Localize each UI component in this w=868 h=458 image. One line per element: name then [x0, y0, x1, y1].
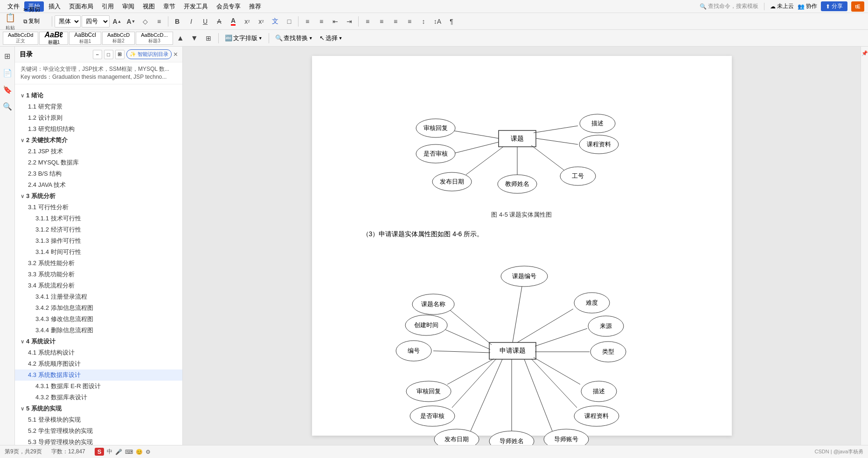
toc-item[interactable]: 3.1 可行性分析: [15, 202, 182, 213]
select-btn[interactable]: ↖ 选择 ▼: [317, 33, 346, 44]
style-zhengwen[interactable]: AaBbCcDd 正文: [3, 32, 38, 45]
highlight-btn[interactable]: 文: [269, 15, 282, 28]
toc-item[interactable]: 3.1.4 时间可行性: [15, 246, 182, 258]
right-icon-pin[interactable]: 📌: [861, 50, 868, 56]
align-justify-btn[interactable]: ≡: [403, 15, 416, 28]
toc-item[interactable]: 2.1 JSP 技术: [15, 146, 182, 157]
toc-item[interactable]: 4.3.2 数据库表设计: [15, 392, 182, 403]
toc-item[interactable]: ∨2 关键技术简介: [15, 135, 182, 146]
menu-review[interactable]: 审阅: [118, 1, 138, 12]
font-color-btn[interactable]: A: [227, 15, 240, 28]
toc-item[interactable]: 1.1 研究背景: [15, 101, 182, 112]
left-icon-doc[interactable]: 📄: [2, 67, 13, 78]
font-name-select[interactable]: 黑体: [55, 15, 81, 27]
align-center-btn[interactable]: ≡: [375, 15, 388, 28]
toc-item[interactable]: 3.1.3 操作可行性: [15, 235, 182, 246]
unordered-list-btn[interactable]: ≡: [301, 15, 314, 28]
italic-btn[interactable]: I: [185, 15, 198, 28]
menu-view[interactable]: 视图: [139, 1, 159, 12]
menu-layout[interactable]: 页面布局: [65, 1, 97, 12]
style-biaoti2[interactable]: AaBbCcD 标题2: [102, 32, 135, 45]
style-scroll-down[interactable]: ▼: [188, 32, 201, 45]
left-icon-home[interactable]: ⊞: [2, 50, 13, 62]
copy-btn[interactable]: ⧉ 复制: [21, 16, 49, 27]
toc-item[interactable]: ∨5 系统的实现: [15, 403, 182, 414]
show-para-btn[interactable]: ¶: [445, 15, 458, 28]
toc-item[interactable]: ∨4 系统设计: [15, 336, 182, 347]
sougou-icon[interactable]: S: [95, 448, 104, 456]
toc-item[interactable]: 3.2 系统性能分析: [15, 258, 182, 269]
indent-increase-btn[interactable]: ⇥: [343, 15, 356, 28]
toc-item[interactable]: 3.4 系统流程分析: [15, 280, 182, 291]
strikethrough-btn[interactable]: A: [213, 15, 226, 28]
user-avatar[interactable]: tE: [851, 1, 864, 12]
align-right-btn[interactable]: ≡: [389, 15, 402, 28]
line-spacing-btn[interactable]: ↕: [417, 15, 430, 28]
paste-btn[interactable]: 📋: [3, 11, 18, 24]
keyboard-icon[interactable]: ⌨: [125, 449, 133, 455]
toc-item[interactable]: 1.2 设计原则: [15, 112, 182, 123]
toc-item[interactable]: 5.3 导师管理模块的实现: [15, 437, 182, 445]
sidebar-close-btn[interactable]: ×: [174, 50, 178, 59]
border-btn[interactable]: □: [283, 15, 296, 28]
style-biaoti1b[interactable]: AaBbCcl 标题1: [69, 32, 101, 45]
toc-item[interactable]: 3.1.1 技术可行性: [15, 213, 182, 224]
style-scroll-up[interactable]: ▲: [174, 32, 187, 45]
left-icon-bookmark[interactable]: 🔖: [2, 84, 13, 95]
menu-recommend[interactable]: 推荐: [245, 1, 265, 12]
toc-item[interactable]: 5.1 登录模块的实现: [15, 414, 182, 425]
share-btn[interactable]: ⬆ 分享: [821, 1, 847, 11]
format-more-btn[interactable]: ≡: [153, 15, 166, 28]
subscript-btn[interactable]: x2: [255, 15, 268, 28]
style-more[interactable]: ⊞: [202, 32, 215, 45]
underline-btn[interactable]: U: [199, 15, 212, 28]
sort-btn[interactable]: ↕A: [431, 15, 444, 28]
decrease-font-btn[interactable]: A▼: [125, 15, 138, 28]
toc-item[interactable]: 2.4 JAVA 技术: [15, 179, 182, 191]
sidebar-ctrl-grid[interactable]: ⊞: [115, 50, 125, 59]
text-arrange-btn[interactable]: 🔤 文字排版 ▼: [222, 33, 265, 44]
toc-item[interactable]: 1.3 研究组织结构: [15, 123, 182, 135]
toc-item[interactable]: 3.3 系统功能分析: [15, 269, 182, 280]
superscript-btn[interactable]: x2: [241, 15, 254, 28]
emoji-icon[interactable]: 😊: [136, 449, 143, 455]
cloud-status[interactable]: ☁ 未上云: [770, 2, 794, 10]
smart-toc-btn[interactable]: ✨ 智能识别目录: [126, 49, 172, 59]
increase-font-btn[interactable]: A▲: [111, 15, 124, 28]
toc-item[interactable]: 3.4.2 添加信息流程图: [15, 302, 182, 314]
font-size-select[interactable]: 四号: [82, 15, 110, 27]
toc-item[interactable]: 2.3 B/S 结构: [15, 168, 182, 179]
toc-item[interactable]: 3.4.1 注册登录流程: [15, 291, 182, 302]
toc-item[interactable]: 2.2 MYSQL 数据库: [15, 157, 182, 168]
toc-item[interactable]: 4.2 系统顺序图设计: [15, 358, 182, 369]
toc-item[interactable]: 3.4.3 修改信息流程图: [15, 314, 182, 325]
collaborate-btn[interactable]: 👥 协作: [798, 2, 817, 10]
toc-item[interactable]: ∨3 系统分析: [15, 191, 182, 202]
cut-btn[interactable]: ✂ 剪切: [21, 4, 49, 15]
toc-item[interactable]: ∨1 绪论: [15, 90, 182, 101]
toc-item[interactable]: 3.1.2 经济可行性: [15, 224, 182, 235]
indent-decrease-btn[interactable]: ⇤: [329, 15, 342, 28]
menu-chapter[interactable]: 章节: [160, 1, 179, 12]
settings-icon[interactable]: ⚙: [146, 449, 151, 455]
menu-reference[interactable]: 引用: [98, 1, 118, 12]
toc-item[interactable]: 5.2 学生管理模块的实现: [15, 425, 182, 437]
menu-member[interactable]: 会员专享: [213, 1, 244, 12]
ordered-list-btn[interactable]: ≡: [315, 15, 328, 28]
find-replace-btn[interactable]: 🔍 查找替换 ▼: [272, 33, 316, 44]
clear-format-btn[interactable]: ◇: [139, 15, 152, 28]
toc-item[interactable]: 3.4.4 删除信息流程图: [15, 325, 182, 336]
chinese-mode[interactable]: 中: [107, 448, 112, 456]
style-biaoti3[interactable]: AaBbCcD... 标题3: [136, 32, 173, 45]
sidebar-ctrl-minus[interactable]: −: [93, 50, 102, 59]
style-biaoti1[interactable]: AaBℓ 标题1: [39, 32, 68, 45]
search-box[interactable]: 🔍 查找命令，搜索模板: [700, 2, 758, 10]
align-left-btn[interactable]: ≡: [361, 15, 374, 28]
mic-icon[interactable]: 🎤: [115, 449, 122, 455]
toc-item[interactable]: 4.3.1 数据库 E-R 图设计: [15, 381, 182, 392]
bold-btn[interactable]: B: [171, 15, 184, 28]
menu-devtools[interactable]: 开发工具: [180, 1, 212, 12]
toc-item[interactable]: 4.1 系统结构设计: [15, 347, 182, 358]
left-icon-search[interactable]: 🔍: [2, 101, 13, 112]
document-area[interactable]: 课题 审核回复 是否审核 发布日期: [183, 47, 861, 445]
